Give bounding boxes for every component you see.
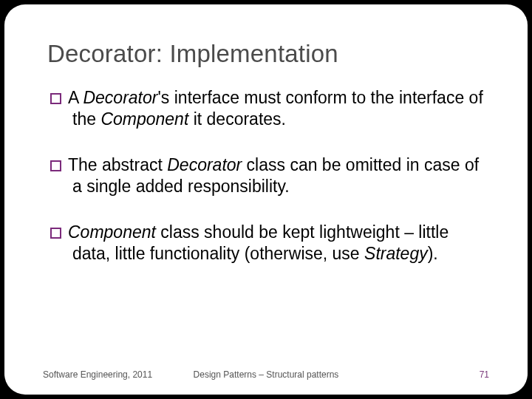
footer-left: Software Engineering, 2011 [43, 369, 152, 380]
text-run: it decorates. [188, 109, 286, 129]
emphasis-run: Component [68, 222, 156, 242]
page-number: 71 [480, 369, 489, 380]
square-bullet-icon [50, 160, 61, 171]
text-run: A [68, 88, 83, 107]
slide-footer: Software Engineering, 2011 Design Patter… [43, 369, 489, 380]
text-run: ). [428, 244, 438, 263]
bullet-text: Component class should be kept lightweig… [68, 222, 449, 263]
bullet-item: The abstract Decorator class can be omit… [50, 154, 485, 198]
bullet-item: A Decorator's interface must conform to … [50, 87, 485, 131]
slide-title: Decorator: Implementation [47, 40, 485, 68]
emphasis-run: Strategy [364, 244, 428, 263]
emphasis-run: Decorator [83, 88, 157, 107]
bullet-text: A Decorator's interface must conform to … [68, 88, 483, 129]
square-bullet-icon [50, 228, 61, 239]
emphasis-run: Decorator [167, 155, 242, 174]
text-run: The abstract [68, 155, 167, 174]
bullet-text: The abstract Decorator class can be omit… [68, 155, 479, 196]
slide: Decorator: Implementation A Decorator's … [4, 4, 528, 395]
bullet-list: A Decorator's interface must conform to … [50, 87, 485, 265]
square-bullet-icon [50, 93, 61, 104]
emphasis-run: Component [100, 109, 188, 129]
bullet-item: Component class should be kept lightweig… [50, 222, 485, 265]
